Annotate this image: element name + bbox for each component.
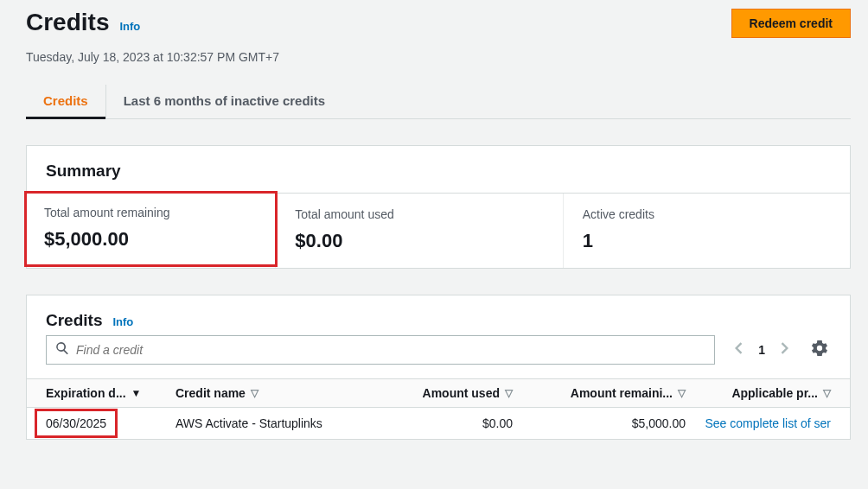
- tabs: Credits Last 6 months of inactive credit…: [26, 85, 851, 119]
- page-number: 1: [758, 343, 765, 357]
- search-box[interactable]: [46, 335, 715, 365]
- summary-title: Summary: [27, 146, 850, 194]
- chevron-right-icon: [781, 342, 789, 358]
- table-header: Expiration d... ▼ Credit name ▽ Amount u…: [27, 378, 850, 408]
- sort-icon: ▽: [823, 387, 831, 399]
- redeem-credit-button[interactable]: Redeem credit: [731, 9, 851, 38]
- summary-remaining-label: Total amount remaining: [44, 206, 258, 219]
- cell-applicable-link[interactable]: See complete list of ser: [686, 416, 831, 430]
- page-next-button[interactable]: [774, 339, 796, 361]
- table-row: 06/30/2025 AWS Activate - Startuplinks $…: [27, 408, 850, 439]
- pagination: 1: [727, 339, 796, 361]
- summary-panel: Summary Total amount remaining $5,000.00…: [26, 145, 851, 269]
- summary-active-value: 1: [583, 230, 831, 252]
- col-name-label: Credit name: [176, 386, 246, 400]
- sort-icon: ▽: [678, 387, 686, 399]
- cell-amount-remaining: $5,000.00: [513, 416, 686, 430]
- summary-used: Total amount used $0.00: [276, 194, 563, 268]
- col-remain-label: Amount remaini...: [571, 386, 673, 400]
- col-applicable[interactable]: Applicable pr... ▽: [686, 386, 831, 400]
- col-expiration-label: Expiration d...: [46, 386, 126, 400]
- tab-credits[interactable]: Credits: [26, 85, 106, 118]
- page-prev-button[interactable]: [727, 339, 750, 361]
- expiration-value: 06/30/2025: [35, 409, 118, 438]
- col-used-label: Amount used: [423, 386, 500, 400]
- tab-inactive-credits[interactable]: Last 6 months of inactive credits: [106, 85, 342, 118]
- summary-active-label: Active credits: [583, 207, 831, 221]
- col-amount-remaining[interactable]: Amount remaini... ▽: [513, 386, 686, 400]
- credits-section-title: Credits: [46, 311, 102, 330]
- page-title: Credits: [26, 9, 109, 36]
- col-applicable-label: Applicable pr...: [731, 386, 818, 400]
- cell-amount-used: $0.00: [366, 416, 513, 430]
- summary-active: Active credits 1: [564, 194, 850, 268]
- search-icon: [55, 341, 76, 359]
- info-link-header[interactable]: Info: [119, 20, 140, 33]
- chevron-left-icon: [734, 342, 743, 358]
- summary-used-label: Total amount used: [295, 207, 543, 221]
- cell-credit-name: AWS Activate - Startuplinks: [176, 416, 366, 430]
- sort-icon: ▽: [251, 387, 258, 399]
- credits-panel: Credits Info 1: [26, 295, 851, 440]
- timestamp: Tuesday, July 18, 2023 at 10:32:57 PM GM…: [26, 50, 851, 64]
- info-link-credits[interactable]: Info: [112, 315, 133, 328]
- cell-expiration: 06/30/2025: [46, 416, 176, 430]
- col-expiration[interactable]: Expiration d... ▼: [46, 386, 176, 400]
- col-credit-name[interactable]: Credit name ▽: [176, 386, 366, 400]
- search-input[interactable]: [76, 343, 705, 357]
- settings-button[interactable]: [808, 339, 831, 361]
- gear-icon: [812, 340, 827, 359]
- summary-used-value: $0.00: [295, 230, 543, 252]
- summary-remaining-value: $5,000.00: [44, 228, 258, 251]
- col-amount-used[interactable]: Amount used ▽: [366, 386, 513, 400]
- summary-remaining: Total amount remaining $5,000.00: [27, 194, 276, 268]
- sort-desc-icon: ▼: [131, 387, 142, 399]
- sort-icon: ▽: [505, 387, 513, 399]
